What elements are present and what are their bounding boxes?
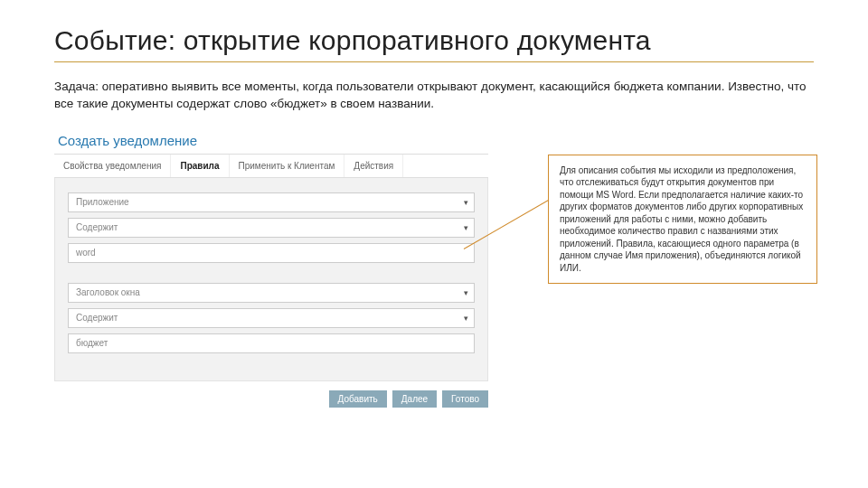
tabs: Свойства уведомления Правила Применить к… [54, 154, 488, 178]
create-notification-panel: Создать уведомление Свойства уведомления… [54, 133, 488, 408]
rule1-value-text: word [76, 248, 96, 258]
divider [54, 61, 814, 62]
done-button[interactable]: Готово [442, 390, 488, 408]
rule2-value-text: бюджет [76, 338, 108, 348]
tab-actions[interactable]: Действия [344, 155, 403, 177]
chevron-down-icon: ▾ [462, 198, 470, 207]
rule2-param-select[interactable]: Заголовок окна ▾ [68, 283, 475, 303]
chevron-down-icon: ▾ [462, 223, 470, 232]
rule1-param-select[interactable]: Приложение ▾ [68, 192, 475, 212]
tab-rules[interactable]: Правила [171, 155, 229, 177]
rule-block-1: Приложение ▾ Содержит ▾ word [68, 192, 475, 263]
add-button[interactable]: Добавить [329, 390, 387, 408]
rules-area: Приложение ▾ Содержит ▾ word Заголовок о… [54, 178, 488, 381]
page-title: Событие: открытие корпоративного докумен… [54, 25, 814, 56]
button-row: Добавить Далее Готово [54, 381, 488, 408]
next-button[interactable]: Далее [392, 390, 437, 408]
rule2-param-value: Заголовок окна [76, 287, 140, 297]
rule1-condition-select[interactable]: Содержит ▾ [68, 218, 475, 238]
task-text: Задача: оперативно выявить все моменты, … [54, 79, 814, 113]
tab-properties[interactable]: Свойства уведомления [54, 155, 171, 177]
rule2-condition-select[interactable]: Содержит ▾ [68, 308, 475, 328]
rule1-param-value: Приложение [76, 197, 129, 207]
chevron-down-icon: ▾ [462, 288, 470, 297]
rule1-value-input[interactable]: word [68, 243, 475, 263]
chevron-down-icon: ▾ [462, 314, 470, 323]
rule-block-2: Заголовок окна ▾ Содержит ▾ бюджет [68, 283, 475, 353]
panel-heading: Создать уведомление [54, 133, 488, 148]
rule1-condition-value: Содержит [76, 222, 118, 232]
rule2-value-input[interactable]: бюджет [68, 333, 475, 353]
tab-apply-clients[interactable]: Применить к Клиентам [230, 155, 345, 177]
callout-box: Для описания события мы исходили из пред… [548, 155, 817, 285]
rule2-condition-value: Содержит [76, 313, 118, 323]
